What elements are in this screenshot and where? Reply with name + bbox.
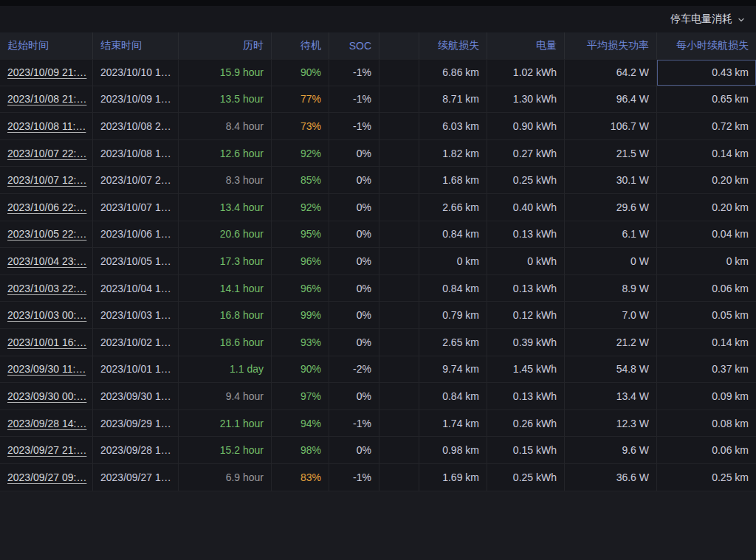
cell-energy: 0.12 kWh	[487, 302, 565, 329]
column-header-avg-power[interactable]: 平均损失功率	[565, 32, 657, 59]
table-row: 2023/09/30 00:…2023/09/30 1…9.4 hour97%0…	[0, 383, 756, 410]
column-header-standby[interactable]: 待机	[272, 32, 329, 59]
start-time-link[interactable]: 2023/10/07 22:…	[0, 140, 93, 167]
cell-range-loss: 1.68 km	[419, 167, 487, 194]
cell-standby: 96%	[272, 275, 329, 303]
table-row: 2023/10/03 00:…2023/10/03 1…16.8 hour99%…	[0, 302, 756, 329]
cell-standby: 93%	[272, 329, 329, 356]
cell-energy: 0 kWh	[487, 248, 565, 275]
cell-hourly-range-loss: 0.05 km	[657, 302, 756, 329]
column-header-duration[interactable]: 历时	[179, 32, 272, 59]
start-time-link[interactable]: 2023/10/03 00:…	[0, 302, 93, 329]
table-row: 2023/09/27 09:…2023/09/27 1…6.9 hour83%-…	[0, 464, 756, 491]
table-row: 2023/10/01 16:…2023/10/02 1…18.6 hour93%…	[0, 329, 756, 356]
cell-duration: 8.4 hour	[179, 113, 272, 140]
cell-energy: 0.39 kWh	[487, 329, 565, 356]
cell-soc: 0%	[329, 140, 379, 167]
start-time-link[interactable]: 2023/10/08 11:…	[0, 113, 93, 140]
cell-energy: 1.02 kWh	[487, 59, 565, 86]
column-header-soc[interactable]: SOC	[329, 32, 379, 59]
cell-range-loss: 2.66 km	[419, 194, 487, 221]
start-time-link[interactable]: 2023/10/07 12:…	[0, 167, 93, 194]
table-row: 2023/10/04 23:…2023/10/05 1…17.3 hour96%…	[0, 248, 756, 275]
cell-duration: 16.8 hour	[179, 302, 272, 329]
cell-soc: -1%	[329, 464, 379, 491]
column-header-end-time[interactable]: 结束时间	[93, 32, 179, 59]
cell-range-loss: 1.74 km	[419, 410, 487, 438]
table-row: 2023/10/09 21:…2023/10/10 1…15.9 hour90%…	[0, 59, 756, 86]
table-row: 2023/10/05 22:…2023/10/06 1…20.6 hour95%…	[0, 221, 756, 249]
cell-duration: 15.9 hour	[179, 59, 272, 86]
cell-spacer	[379, 410, 419, 438]
cell-energy: 1.45 kWh	[487, 356, 565, 384]
cell-energy: 0.13 kWh	[487, 383, 565, 410]
cell-hourly-range-loss: 0.65 km	[657, 86, 756, 114]
cell-range-loss: 0.84 km	[419, 383, 487, 410]
cell-hourly-range-loss: 0.14 km	[657, 329, 756, 356]
cell-spacer	[379, 167, 419, 194]
column-header-energy[interactable]: 电量	[487, 32, 565, 59]
column-header-spacer[interactable]	[379, 32, 419, 59]
cell-hourly-range-loss: 0.37 km	[657, 356, 756, 384]
start-time-link[interactable]: 2023/09/30 00:…	[0, 383, 93, 410]
cell-end-time: 2023/09/29 1…	[93, 410, 179, 438]
table-body: 2023/10/09 21:…2023/10/10 1…15.9 hour90%…	[0, 59, 756, 491]
start-time-link[interactable]: 2023/10/03 22:…	[0, 275, 93, 303]
column-header-hourly-range-loss[interactable]: 每小时续航损失	[657, 32, 756, 59]
cell-duration: 12.6 hour	[179, 140, 272, 167]
table-row: 2023/10/06 22:…2023/10/07 1…13.4 hour92%…	[0, 194, 756, 221]
start-time-link[interactable]: 2023/10/09 21:…	[0, 59, 93, 86]
cell-standby: 90%	[272, 356, 329, 384]
start-time-link[interactable]: 2023/09/27 21:…	[0, 437, 93, 464]
start-time-link[interactable]: 2023/10/05 22:…	[0, 221, 93, 249]
start-time-link[interactable]: 2023/10/06 22:…	[0, 194, 93, 221]
cell-avg-power: 54.8 W	[565, 356, 657, 384]
cell-standby: 96%	[272, 248, 329, 275]
cell-standby: 77%	[272, 86, 329, 114]
cell-duration: 8.3 hour	[179, 167, 272, 194]
cell-duration: 18.6 hour	[179, 329, 272, 356]
cell-end-time: 2023/10/06 1…	[93, 221, 179, 249]
cell-soc: -1%	[329, 410, 379, 438]
cell-avg-power: 9.6 W	[565, 437, 657, 464]
cell-hourly-range-loss: 0.06 km	[657, 437, 756, 464]
cell-range-loss: 0 km	[419, 248, 487, 275]
start-time-link[interactable]: 2023/09/30 11:…	[0, 356, 93, 384]
panel-title: 停车电量消耗	[670, 13, 732, 26]
cell-spacer	[379, 356, 419, 384]
cell-spacer	[379, 464, 419, 491]
start-time-link[interactable]: 2023/10/01 16:…	[0, 329, 93, 356]
cell-avg-power: 12.3 W	[565, 410, 657, 438]
panel-title-menu[interactable]: 停车电量消耗	[670, 13, 746, 26]
cell-avg-power: 0 W	[565, 248, 657, 275]
cell-end-time: 2023/09/28 1…	[93, 437, 179, 464]
cell-soc: 0%	[329, 329, 379, 356]
cell-duration: 15.2 hour	[179, 437, 272, 464]
panel-empty-area	[0, 491, 756, 560]
column-header-start-time[interactable]: 起始时间	[0, 32, 93, 59]
cell-avg-power: 13.4 W	[565, 383, 657, 410]
start-time-link[interactable]: 2023/09/28 14:…	[0, 410, 93, 438]
cell-avg-power: 30.1 W	[565, 167, 657, 194]
start-time-link[interactable]: 2023/10/04 23:…	[0, 248, 93, 275]
table-row: 2023/10/08 21:…2023/10/09 1…13.5 hour77%…	[0, 86, 756, 114]
start-time-link[interactable]: 2023/10/08 21:…	[0, 86, 93, 114]
cell-range-loss: 2.65 km	[419, 329, 487, 356]
cell-hourly-range-loss[interactable]: 0.43 km	[657, 59, 756, 86]
cell-spacer	[379, 221, 419, 249]
cell-end-time: 2023/10/07 1…	[93, 194, 179, 221]
cell-hourly-range-loss: 0 km	[657, 248, 756, 275]
cell-energy: 0.25 kWh	[487, 464, 565, 491]
cell-soc: -1%	[329, 113, 379, 140]
cell-energy: 0.27 kWh	[487, 140, 565, 167]
cell-spacer	[379, 302, 419, 329]
cell-avg-power: 8.9 W	[565, 275, 657, 303]
cell-range-loss: 0.98 km	[419, 437, 487, 464]
cell-avg-power: 36.6 W	[565, 464, 657, 491]
column-header-range-loss[interactable]: 续航损失	[419, 32, 487, 59]
cell-standby: 83%	[272, 464, 329, 491]
panel-header: 停车电量消耗	[0, 6, 756, 32]
start-time-link[interactable]: 2023/09/27 09:…	[0, 464, 93, 491]
table-row: 2023/10/07 12:…2023/10/07 2…8.3 hour85%0…	[0, 167, 756, 194]
cell-duration: 1.1 day	[179, 356, 272, 384]
